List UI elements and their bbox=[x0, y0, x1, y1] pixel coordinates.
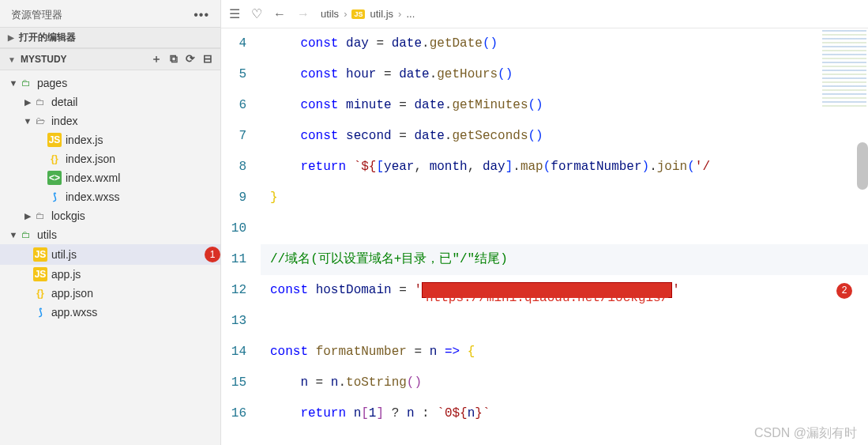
list-icon[interactable]: ☰ bbox=[229, 6, 240, 21]
annotation-badge-1: 1 bbox=[205, 247, 220, 262]
code-line[interactable]: const day = date.getDate() bbox=[261, 28, 868, 59]
explorer-sidebar: 资源管理器 ••• ▶打开的编辑器 ▼MYSTUDY ＋ ⧉ ⟳ ⊟ ▼🗀pag… bbox=[0, 0, 221, 445]
chevron-right-icon: ▶ bbox=[22, 211, 33, 221]
tree-item-index[interactable]: ▼🗁index bbox=[0, 111, 220, 130]
file-tree: ▼🗀pages ▶🗀detail ▼🗁index JSindex.js {}in… bbox=[0, 70, 220, 325]
editor-toolbar: ☰ ♡ ← → utils › JS util.js › ... bbox=[221, 0, 868, 28]
line-number[interactable]: 11 bbox=[221, 244, 246, 275]
open-editors-label: 打开的编辑器 bbox=[19, 31, 76, 44]
tree-item-detail[interactable]: ▶🗀detail bbox=[0, 92, 220, 111]
project-actions: ＋ ⧉ ⟳ ⊟ bbox=[151, 52, 212, 66]
line-number[interactable]: 10 bbox=[221, 213, 246, 244]
tree-label: util.js bbox=[51, 248, 200, 261]
line-number[interactable]: 13 bbox=[221, 306, 246, 337]
tree-item-utiljs[interactable]: JSutil.js1 bbox=[0, 244, 220, 265]
tree-item-indexjs[interactable]: JSindex.js bbox=[0, 130, 220, 149]
chevron-down-icon: ▼ bbox=[22, 116, 33, 126]
code-line[interactable]: n = n.toString() bbox=[261, 368, 868, 398]
collapse-icon[interactable]: ⊟ bbox=[203, 52, 212, 66]
tree-item-utils[interactable]: ▼🗀utils bbox=[0, 225, 220, 244]
tree-item-indexwxss[interactable]: ⟆index.wxss bbox=[0, 187, 220, 206]
breadcrumb-sep-icon: › bbox=[398, 8, 401, 20]
tree-item-appjson[interactable]: {}app.json bbox=[0, 284, 220, 303]
line-number[interactable]: 9 bbox=[221, 183, 246, 213]
project-label: MYSTUDY bbox=[21, 54, 67, 65]
tree-item-indexjson[interactable]: {}index.json bbox=[0, 149, 220, 168]
line-number[interactable]: 12 bbox=[221, 275, 246, 306]
wxss-file-icon: ⟆ bbox=[47, 190, 62, 204]
line-number[interactable]: 16 bbox=[221, 398, 246, 429]
refresh-icon[interactable]: ⟳ bbox=[186, 52, 195, 66]
explorer-more-icon[interactable]: ••• bbox=[194, 8, 209, 22]
tree-item-appwxss[interactable]: ⟆app.wxss bbox=[0, 303, 220, 322]
breadcrumb-part[interactable]: utils bbox=[321, 8, 339, 20]
breadcrumb-part[interactable]: util.js bbox=[370, 8, 393, 20]
code-lines[interactable]: const day = date.getDate() const hour = … bbox=[261, 28, 868, 445]
watermark: CSDN @漏刻有时 bbox=[754, 425, 857, 442]
project-header[interactable]: ▼MYSTUDY ＋ ⧉ ⟳ ⊟ bbox=[0, 48, 220, 70]
new-folder-icon[interactable]: ⧉ bbox=[170, 52, 178, 66]
js-file-icon: JS bbox=[351, 9, 365, 19]
tree-label: utils bbox=[37, 228, 220, 241]
line-number[interactable]: 4 bbox=[221, 28, 246, 59]
line-gutter: 4 5 6 7 8 9 10 11 12 13 14 15 16 bbox=[221, 28, 261, 445]
code-line[interactable] bbox=[261, 213, 868, 244]
nav-back-icon[interactable]: ← bbox=[273, 7, 286, 21]
line-number[interactable]: 7 bbox=[221, 121, 246, 152]
line-number[interactable]: 14 bbox=[221, 337, 246, 368]
line-number[interactable]: 5 bbox=[221, 59, 246, 90]
tree-label: index bbox=[51, 115, 220, 127]
code-line[interactable]: const second = date.getSeconds() bbox=[261, 121, 868, 152]
chevron-down-icon: ▼ bbox=[8, 55, 16, 64]
tree-label: lockgis bbox=[51, 209, 220, 222]
explorer-title: 资源管理器 bbox=[11, 8, 62, 22]
chevron-down-icon: ▼ bbox=[8, 78, 19, 88]
js-file-icon: JS bbox=[33, 247, 47, 262]
line-number[interactable]: 6 bbox=[221, 90, 246, 121]
code-line[interactable]: const hour = date.getHours() bbox=[261, 59, 868, 90]
js-file-icon: JS bbox=[33, 267, 47, 281]
chevron-right-icon: ▶ bbox=[8, 33, 14, 42]
code-line[interactable]: const hostDomain = 'https://mini.qiaodu.… bbox=[261, 275, 868, 306]
tree-item-pages[interactable]: ▼🗀pages bbox=[0, 74, 220, 92]
json-file-icon: {} bbox=[47, 152, 62, 166]
code-line[interactable]: //域名(可以设置域名+目录，已"/"结尾) bbox=[261, 244, 868, 275]
explorer-title-row: 资源管理器 ••• bbox=[0, 0, 220, 27]
breadcrumb-part[interactable]: ... bbox=[406, 8, 415, 20]
code-editor[interactable]: 4 5 6 7 8 9 10 11 12 13 14 15 16 const d… bbox=[221, 28, 868, 445]
redacted-url: https://mini.qiaodu.net/lockgis/ bbox=[422, 282, 672, 298]
code-line[interactable]: const minute = date.getMinutes() bbox=[261, 90, 868, 121]
json-file-icon: {} bbox=[33, 286, 47, 300]
tree-item-appjs[interactable]: JSapp.js bbox=[0, 265, 220, 284]
chevron-down-icon: ▼ bbox=[8, 230, 19, 239]
tree-label: app.wxss bbox=[51, 306, 220, 319]
folder-icon: 🗀 bbox=[33, 95, 47, 109]
line-number[interactable]: 15 bbox=[221, 368, 246, 398]
tree-item-lockgis[interactable]: ▶🗀lockgis bbox=[0, 206, 220, 225]
line-number[interactable]: 8 bbox=[221, 152, 246, 183]
folder-open-icon: 🗁 bbox=[33, 114, 47, 128]
wxss-file-icon: ⟆ bbox=[33, 305, 47, 319]
tree-label: app.json bbox=[51, 287, 220, 300]
open-editors-header[interactable]: ▶打开的编辑器 bbox=[0, 27, 220, 48]
nav-forward-icon[interactable]: → bbox=[297, 7, 310, 21]
minimap[interactable] bbox=[822, 30, 866, 109]
tree-label: app.js bbox=[51, 268, 220, 281]
new-file-icon[interactable]: ＋ bbox=[151, 52, 162, 66]
editor-pane: ☰ ♡ ← → utils › JS util.js › ... 4 5 6 7… bbox=[221, 0, 868, 445]
folder-open-icon: 🗀 bbox=[19, 228, 33, 242]
code-line[interactable]: ⌄const formatNumber = n => { bbox=[261, 337, 868, 368]
vertical-scrollbar[interactable] bbox=[857, 142, 868, 190]
js-file-icon: JS bbox=[47, 133, 62, 147]
bookmark-icon[interactable]: ♡ bbox=[251, 6, 262, 21]
annotation-badge-2: 2 bbox=[836, 283, 852, 299]
tree-label: index.js bbox=[66, 134, 220, 146]
tree-label: index.json bbox=[66, 153, 220, 165]
code-line[interactable]: } bbox=[261, 183, 868, 213]
tree-label: pages bbox=[37, 77, 220, 89]
folder-icon: 🗀 bbox=[33, 209, 47, 223]
code-line[interactable]: return `${[year, month, day].map(formatN… bbox=[261, 152, 868, 183]
tree-item-indexwxml[interactable]: <>index.wxml bbox=[0, 168, 220, 187]
code-line[interactable] bbox=[261, 306, 868, 337]
breadcrumb[interactable]: utils › JS util.js › ... bbox=[321, 8, 415, 20]
